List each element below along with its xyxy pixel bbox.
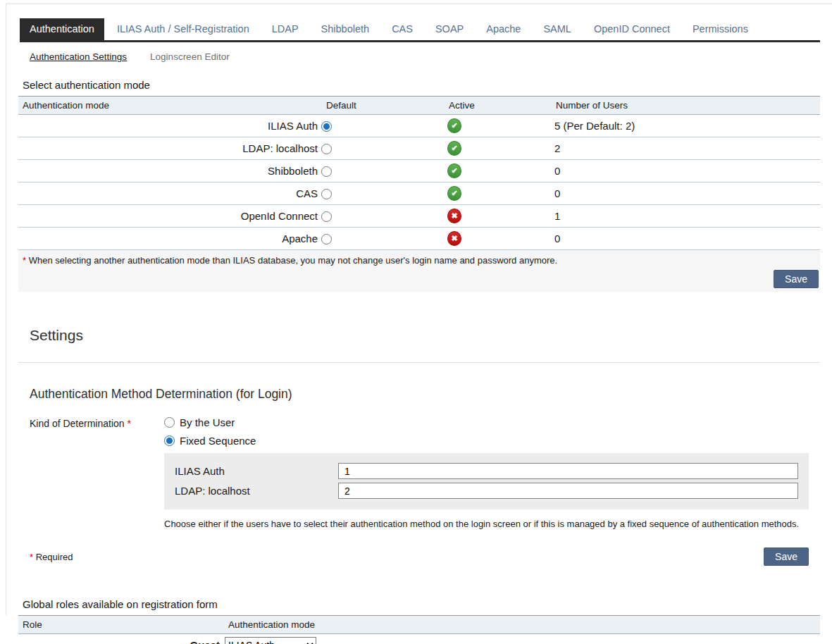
determination-byline: Choose either if the users have to selec… xyxy=(164,519,809,529)
save-auth-mode-button[interactable]: Save xyxy=(774,270,819,288)
sequence-ldap-label: LDAP: localhost xyxy=(175,485,338,497)
default-mode-radio[interactable] xyxy=(321,211,332,222)
required-save-row: * Required Save xyxy=(30,547,809,566)
tab-saml[interactable]: SAML xyxy=(533,18,581,40)
auth-mode-label: LDAP: localhost xyxy=(18,137,319,160)
auth-mode-label: ILIAS Auth xyxy=(18,115,319,137)
tab-permissions[interactable]: Permissions xyxy=(683,18,758,40)
fixed-sequence-box: ILIAS Auth LDAP: localhost xyxy=(164,453,809,509)
kind-of-determination-text: Kind of Determination xyxy=(30,418,125,429)
auth-mode-label: CAS xyxy=(18,182,319,205)
col-role: Role xyxy=(18,616,224,634)
fixed-sequence-option[interactable]: Fixed Sequence xyxy=(164,435,809,447)
col-default: Default xyxy=(319,97,442,115)
auth-mode-row-apache: Apache ✖ 0 xyxy=(18,228,820,250)
footnote-text: When selecting another authentication mo… xyxy=(29,255,557,266)
user-count: 1 xyxy=(552,205,820,228)
by-the-user-label: By the User xyxy=(180,416,235,428)
kind-of-determination-label: Kind of Determination * xyxy=(30,416,164,529)
active-check-icon: ✔ xyxy=(447,163,461,178)
tab-ilias-auth-self-registration[interactable]: ILIAS Auth / Self-Registration xyxy=(107,18,259,40)
by-the-user-option[interactable]: By the User xyxy=(164,416,809,428)
determination-heading: Authentication Method Determination (for… xyxy=(30,387,820,402)
fixed-sequence-label: Fixed Sequence xyxy=(180,435,256,447)
user-count: 0 xyxy=(552,228,820,250)
user-count: 0 xyxy=(552,182,820,205)
roles-table: Role Authentication mode Guest ILIAS Aut… xyxy=(18,615,820,644)
inactive-cross-icon: ✖ xyxy=(447,231,461,246)
role-row-guest: Guest ILIAS Auth xyxy=(18,634,820,644)
required-note: * Required xyxy=(30,552,73,562)
required-asterisk: * xyxy=(128,418,131,429)
col-role-auth-mode: Authentication mode xyxy=(224,616,820,634)
kind-of-determination-control: By the User Fixed Sequence ILIAS Auth LD… xyxy=(164,416,809,529)
roles-header-row: Role Authentication mode xyxy=(18,616,820,634)
auth-mode-label: Shibboleth xyxy=(18,160,319,182)
inactive-cross-icon: ✖ xyxy=(447,209,461,223)
tab-openid-connect[interactable]: OpenID Connect xyxy=(584,18,680,40)
save-determination-button[interactable]: Save xyxy=(764,547,809,566)
default-mode-radio[interactable] xyxy=(321,234,332,244)
active-check-icon: ✔ xyxy=(447,118,461,133)
sequence-ilias-input[interactable] xyxy=(338,463,798,479)
sequence-ilias-label: ILIAS Auth xyxy=(175,465,338,477)
tab-soap[interactable]: SOAP xyxy=(426,18,473,40)
auth-mode-table: Authentication mode Default Active Numbe… xyxy=(18,96,820,250)
fixed-sequence-radio[interactable] xyxy=(164,435,175,446)
auth-mode-label: Apache xyxy=(18,228,319,250)
required-note-asterisk: * xyxy=(30,552,33,562)
tab-apache[interactable]: Apache xyxy=(476,18,530,40)
subtab-loginscreen-editor[interactable]: Loginscreen Editor xyxy=(150,51,230,62)
default-mode-radio[interactable] xyxy=(321,121,332,132)
sequence-row-ilias: ILIAS Auth xyxy=(175,463,798,479)
col-number-of-users: Number of Users xyxy=(552,97,820,115)
auth-mode-row-shibboleth: Shibboleth ✔ 0 xyxy=(18,160,820,182)
tab-ldap[interactable]: LDAP xyxy=(262,18,309,40)
tab-authentication[interactable]: Authentication xyxy=(20,18,104,40)
auth-mode-row-openid: OpenId Connect ✖ 1 xyxy=(18,205,820,228)
auth-mode-row-cas: CAS ✔ 0 xyxy=(18,182,820,205)
col-active: Active xyxy=(442,97,552,115)
auth-mode-label: OpenId Connect xyxy=(18,205,319,228)
roles-table-title: Global roles available on registration f… xyxy=(18,598,820,615)
default-mode-radio[interactable] xyxy=(321,166,332,177)
auth-mode-footnote: * When selecting another authentication … xyxy=(23,255,819,266)
settings-heading: Settings xyxy=(30,327,820,344)
kind-of-determination-row: Kind of Determination * By the User Fixe… xyxy=(30,416,809,529)
auth-mode-row-ldap: LDAP: localhost ✔ 2 xyxy=(18,137,820,160)
auth-mode-header-row: Authentication mode Default Active Numbe… xyxy=(18,97,820,115)
content-panel: Authentication ILIAS Auth / Self-Registr… xyxy=(6,18,832,644)
default-mode-radio[interactable] xyxy=(321,189,332,199)
sequence-row-ldap: LDAP: localhost xyxy=(175,483,798,499)
role-auth-mode-select[interactable]: ILIAS Auth xyxy=(225,637,316,644)
tab-shibboleth[interactable]: Shibboleth xyxy=(311,18,380,40)
role-name: Guest xyxy=(18,634,224,644)
by-the-user-radio[interactable] xyxy=(164,417,175,428)
active-check-icon: ✔ xyxy=(447,186,461,201)
main-tabbar: Authentication ILIAS Auth / Self-Registr… xyxy=(20,18,820,42)
sequence-ldap-input[interactable] xyxy=(338,483,798,499)
sub-tabbar: Authentication Settings Loginscreen Edit… xyxy=(30,51,820,62)
auth-mode-table-title: Select authentication mode xyxy=(18,79,820,96)
footnote-asterisk: * xyxy=(23,255,26,266)
col-authentication-mode: Authentication mode xyxy=(18,97,319,115)
auth-mode-row-ilias: ILIAS Auth ✔ 5 (Per Default: 2) xyxy=(18,115,820,137)
user-count: 0 xyxy=(552,160,820,182)
required-note-text: Required xyxy=(36,552,73,562)
panel-top-border xyxy=(6,4,832,4)
active-check-icon: ✔ xyxy=(447,141,461,156)
subtab-authentication-settings[interactable]: Authentication Settings xyxy=(30,51,127,62)
auth-mode-table-footer: * When selecting another authentication … xyxy=(18,250,820,292)
user-count: 5 (Per Default: 2) xyxy=(552,115,820,137)
settings-divider xyxy=(18,362,820,363)
tab-cas[interactable]: CAS xyxy=(382,18,423,40)
default-mode-radio[interactable] xyxy=(321,144,332,154)
user-count: 2 xyxy=(552,137,820,160)
